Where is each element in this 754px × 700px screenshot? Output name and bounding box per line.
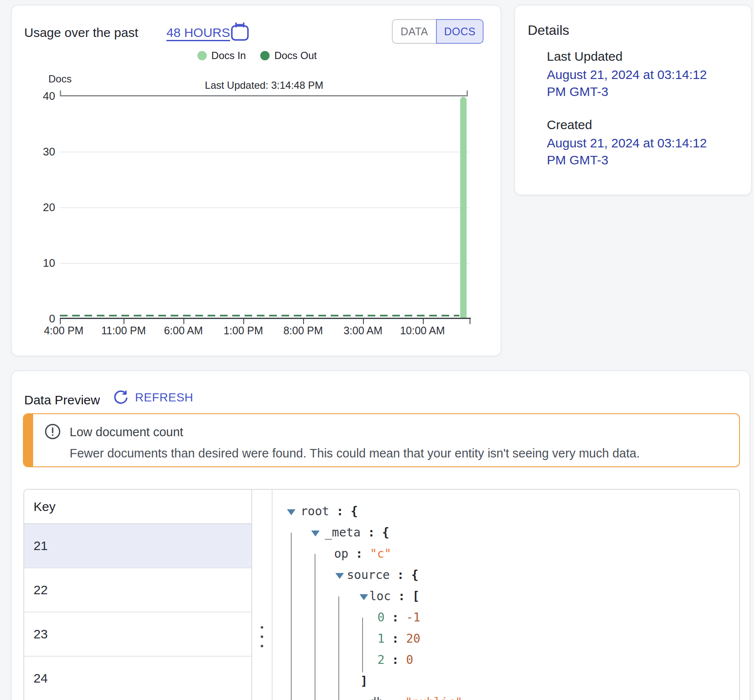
y-tick-label: 0 bbox=[25, 313, 55, 325]
warning-title: Low document count bbox=[70, 425, 183, 439]
json-key: root bbox=[301, 504, 329, 518]
chart-top-axis-left-tick bbox=[60, 90, 61, 96]
tree-indent-guide bbox=[291, 533, 292, 700]
json-tree-line: source : { bbox=[347, 565, 419, 586]
x-axis-tick bbox=[363, 319, 364, 324]
preview-pane: Key 21222324 root : {_meta : {op : "c"so… bbox=[23, 489, 740, 700]
json-key: db bbox=[369, 695, 384, 700]
json-index: 2 bbox=[377, 653, 385, 667]
table-row[interactable]: 21 bbox=[24, 524, 251, 568]
json-punct: : bbox=[385, 653, 406, 667]
x-axis-tick bbox=[423, 319, 424, 324]
chart-top-axis-right-tick bbox=[467, 90, 468, 96]
data-preview-title: Data Preview bbox=[24, 393, 100, 407]
toggle-docs-button[interactable]: DOCS bbox=[436, 19, 484, 44]
x-axis-tick bbox=[243, 319, 244, 324]
expand-triangle-icon[interactable] bbox=[287, 509, 295, 515]
json-brace: { bbox=[411, 568, 419, 582]
docs-in-bar[interactable] bbox=[460, 97, 467, 318]
key-table-header: Key bbox=[24, 490, 251, 524]
legend-item: Docs In bbox=[197, 50, 246, 62]
x-axis-tick bbox=[183, 319, 184, 324]
legend-dot-icon bbox=[197, 51, 207, 60]
json-number: 0 bbox=[406, 653, 413, 667]
json-punct: : bbox=[360, 525, 382, 539]
created-label: Created bbox=[547, 117, 592, 133]
json-tree-line: 0 : -1 bbox=[377, 607, 420, 628]
time-range-link[interactable]: 48 HOURS bbox=[166, 25, 230, 40]
usage-card-title: Usage over the past bbox=[24, 25, 138, 40]
gridline-10 bbox=[60, 263, 470, 264]
json-key: loc bbox=[369, 589, 391, 603]
json-punct: : bbox=[349, 547, 370, 561]
legend-dot-icon bbox=[260, 51, 270, 60]
legend-label: Docs Out bbox=[274, 50, 317, 62]
data-docs-toggle: DATA DOCS bbox=[392, 19, 484, 44]
json-punct: : bbox=[385, 610, 406, 624]
expand-triangle-icon[interactable] bbox=[360, 594, 368, 600]
warning-accent-bar bbox=[24, 414, 33, 466]
pane-divider bbox=[252, 490, 273, 700]
expand-triangle-icon[interactable] bbox=[311, 531, 320, 536]
json-tree-line: op : "c" bbox=[334, 543, 391, 565]
json-string: "c" bbox=[370, 547, 391, 561]
legend-label: Docs In bbox=[211, 50, 246, 62]
json-tree-panel: root : {_meta : {op : "c"source : {loc :… bbox=[273, 490, 739, 700]
warning-icon bbox=[44, 423, 61, 442]
json-key: op bbox=[334, 547, 349, 561]
chart-top-axis-line bbox=[60, 95, 468, 96]
key-table: Key 21222324 bbox=[24, 490, 252, 700]
gridline-20 bbox=[60, 207, 470, 208]
json-tree-line: 1 : 20 bbox=[377, 628, 420, 649]
json-punct: : bbox=[390, 568, 411, 582]
tree-indent-guide bbox=[315, 554, 315, 700]
gridline-30 bbox=[60, 152, 470, 152]
json-tree-line: root : { bbox=[301, 501, 358, 522]
chart-legend: Docs InDocs Out bbox=[12, 50, 502, 62]
json-tree-line: db : "public" bbox=[369, 692, 462, 700]
json-key: source bbox=[347, 568, 390, 582]
docs-out-zero-line bbox=[60, 315, 459, 316]
toggle-data-button[interactable]: DATA bbox=[392, 19, 436, 44]
tree-indent-guide bbox=[338, 596, 339, 700]
expand-triangle-icon[interactable] bbox=[335, 573, 344, 579]
details-card: Details Last Updated August 21, 2024 at … bbox=[514, 5, 752, 195]
warning-body: Fewer documents than desired were found.… bbox=[70, 446, 640, 460]
x-axis-tick bbox=[303, 319, 304, 324]
table-row[interactable]: 22 bbox=[24, 568, 251, 612]
y-axis-title: Docs bbox=[48, 73, 72, 85]
table-row[interactable]: 23 bbox=[24, 612, 251, 657]
json-index: 0 bbox=[377, 610, 385, 624]
calendar-icon[interactable] bbox=[230, 22, 250, 44]
created-value: August 21, 2024 at 03:14:12 PM GMT-3 bbox=[547, 135, 729, 169]
x-axis-tick bbox=[124, 319, 124, 324]
table-row[interactable]: 24 bbox=[24, 657, 251, 700]
json-brace: { bbox=[382, 525, 389, 539]
json-tree-line: 2 : 0 bbox=[377, 649, 413, 671]
last-updated-label: Last Updated bbox=[547, 48, 622, 65]
drag-handle[interactable] bbox=[259, 624, 265, 649]
x-tick-label: 10:00 AM bbox=[386, 325, 459, 337]
tree-indent-guide bbox=[362, 618, 363, 672]
json-tree-line: loc : [ bbox=[369, 586, 419, 607]
json-string: "public" bbox=[405, 695, 462, 700]
chart-title: Last Updated: 3:14:48 PM bbox=[137, 79, 391, 91]
legend-item: Docs Out bbox=[260, 50, 317, 62]
refresh-button[interactable]: REFRESH bbox=[113, 390, 193, 405]
y-tick-label: 30 bbox=[25, 146, 55, 158]
json-punct: : bbox=[391, 589, 413, 603]
json-number: 20 bbox=[406, 632, 420, 646]
usage-card: Usage over the past 48 HOURS DATA DOCS D… bbox=[11, 5, 501, 356]
json-brace: ] bbox=[360, 674, 368, 688]
refresh-icon bbox=[113, 390, 128, 405]
json-tree-line: _meta : { bbox=[325, 522, 389, 543]
y-tick-label: 40 bbox=[25, 90, 55, 102]
data-preview-card: Data Preview REFRESH Low document count bbox=[11, 370, 750, 700]
y-tick-label: 20 bbox=[25, 201, 55, 213]
json-number: -1 bbox=[406, 610, 420, 624]
json-punct: : bbox=[329, 504, 351, 518]
json-tree-line: ] bbox=[360, 671, 368, 692]
x-axis-tick bbox=[60, 319, 61, 324]
json-brace: { bbox=[351, 504, 358, 518]
x-axis-tick bbox=[470, 319, 470, 324]
